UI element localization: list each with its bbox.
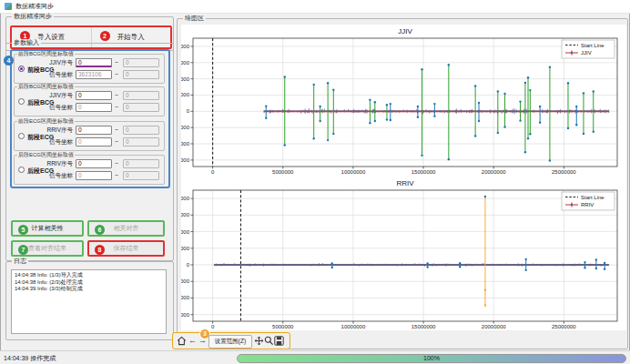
radio-front-bcg[interactable] [18,66,25,72]
step-badge-7: 7 [18,245,28,255]
compute-correlation-button[interactable]: 5 计算相关性 [11,220,84,237]
log-line: 14:04:39 Info: (3/3)绘制完成 [15,286,163,293]
radio-rear-ecg[interactable] [18,167,25,173]
range-separator: ~ [115,160,118,167]
progress-bar: 100% [237,354,626,363]
range-separator: ~ [115,92,118,98]
pan-icon[interactable] [254,336,264,346]
save-result-button[interactable]: 8 保存结果 [87,240,165,257]
section-title: 后段BCG区间坐标取值 [17,84,75,90]
svg-text:5000000: 5000000 [272,169,294,175]
step-badge-5: 5 [18,225,28,235]
signal-coord-end-input[interactable] [123,137,159,147]
row-label: RRIV序号 [42,160,73,168]
rriv-index-start-input[interactable] [76,159,112,168]
range-separator: ~ [115,138,118,145]
svg-text:-5000: -5000 [181,278,190,284]
row-label: JJIV序号 [42,92,73,100]
param-section-rear-ecg: 后段ECG区间坐标取值 后段ECG RRIV序号 ~ 信号坐标 ~ [14,155,165,185]
svg-text:JJIV: JJIV [581,50,592,56]
svg-text:-10000: -10000 [181,295,190,300]
rriv-index-end-input[interactable] [123,159,159,168]
svg-text:10000: 10000 [181,229,190,235]
row-label: 信号坐标 [42,71,73,79]
correlation-align-button[interactable]: 6 相关对齐 [87,220,165,237]
back-icon[interactable]: ← [188,336,198,346]
sync-group-label: 数据精准同步 [12,13,54,20]
set-range-button[interactable]: 设置范围(Z) [208,335,252,349]
plot-group: 绘图区 20000150001000050000-5000-10000-1500… [177,18,628,349]
signal-coord-end-input[interactable] [123,171,159,180]
row-label: 信号坐标 [42,104,73,112]
save-result-label: 保存结果 [114,244,139,253]
app-window: { "window": { "title": "数据精准同步" }, "left… [0,0,630,364]
svg-text:Start Line: Start Line [581,43,605,48]
svg-text:-15000: -15000 [181,312,190,318]
svg-text:20000000: 20000000 [482,169,506,175]
svg-text:25000000: 25000000 [552,324,576,329]
signal-coord-start-input[interactable] [76,171,112,180]
window-title: 数据精准同步 [15,2,54,11]
svg-text:15000: 15000 [181,60,190,66]
param-section-rear-bcg: 后段BCG区间坐标取值 后段BCG JJIV序号 ~ 信号坐标 ~ [14,86,165,116]
svg-text:25000000: 25000000 [552,169,576,175]
start-import-label: 开始导入 [117,33,145,42]
log-line: 14:04:38 Info: (2/3)处理完成 [15,279,163,287]
svg-text:15000000: 15000000 [412,169,436,175]
row-label: RRIV序号 [42,126,73,135]
params-frame: 4 前段BCG区间坐标取值 前段BCG JJIV序号 ~ 信号坐标 ~ 后段BC… [10,49,170,188]
signal-coord-start-input[interactable] [76,137,112,147]
plot-toolbar: ← → 3 设置范围(Z) [172,332,290,349]
import-settings-label: 导入设置 [37,33,65,42]
rriv-index-start-input[interactable] [76,126,112,135]
view-align-result-button[interactable]: 7 查看对齐结果 [11,240,84,257]
range-separator: ~ [115,71,118,77]
step-badge-4: 4 [4,56,14,66]
range-separator: ~ [115,126,118,133]
home-icon[interactable] [177,336,187,346]
range-separator: ~ [115,104,118,110]
jjiv-index-end-input[interactable] [123,91,159,100]
save-icon[interactable] [274,336,284,346]
signal-coord-start-input[interactable] [76,103,112,112]
jjiv-index-end-input[interactable] [123,58,159,67]
section-title: 后段ECG区间坐标取值 [17,152,75,158]
jjiv-index-start-input[interactable] [76,58,112,67]
range-separator: ~ [115,172,118,178]
signal-coord-start-input[interactable] [76,70,112,79]
section-title: 前段BCG区间坐标取值 [17,51,75,57]
jjiv-index-start-input[interactable] [76,91,112,100]
radio-rear-bcg[interactable] [18,98,25,105]
figure-canvas[interactable]: 20000150001000050000-5000-10000-15000050… [181,25,626,330]
log-group: 日志 14:04:38 Info: (1/3)导入完成 14:04:38 Inf… [5,261,174,340]
app-icon [5,3,12,10]
titlebar: 数据精准同步 [0,0,630,14]
zoom-icon[interactable] [264,336,274,346]
plot-group-label: 绘图区 [183,15,206,22]
signal-coord-end-input[interactable] [123,70,159,79]
main-area: 数据精准同步 1 导入设置 2 开始导入 参数输入 4 前段BCG区间坐标取值 … [0,13,630,350]
row-label: JJIV序号 [42,59,73,67]
param-section-front-ecg: 前段ECG区间坐标取值 前段ECG RRIV序号 ~ 信号坐标 ~ [14,121,165,151]
svg-text:10000000: 10000000 [341,324,366,329]
params-group-label: 参数输入 [12,39,41,46]
svg-text:15000: 15000 [181,212,190,217]
log-line: 14:04:38 Info: (1/3)导入完成 [15,272,163,279]
svg-text:0: 0 [187,108,190,114]
svg-text:5000000: 5000000 [272,324,294,329]
rriv-index-end-input[interactable] [123,126,159,135]
status-message: 14:04:39 操作完成 [4,354,56,363]
signal-coord-end-input[interactable] [123,103,159,112]
svg-text:-10000: -10000 [181,141,190,147]
log-list[interactable]: 14:04:38 Info: (1/3)导入完成 14:04:38 Info: … [11,269,167,334]
radio-front-ecg[interactable] [18,133,25,139]
svg-text:Start Line: Start Line [581,195,605,200]
svg-text:5000: 5000 [181,246,190,251]
svg-text:-15000: -15000 [181,157,190,163]
svg-text:0: 0 [211,169,215,175]
svg-text:5000: 5000 [181,92,190,97]
charts-svg[interactable]: 20000150001000050000-5000-10000-15000050… [181,25,626,330]
svg-text:10000000: 10000000 [341,169,366,175]
row-label: 信号坐标 [42,138,73,147]
svg-text:20000: 20000 [181,196,190,201]
